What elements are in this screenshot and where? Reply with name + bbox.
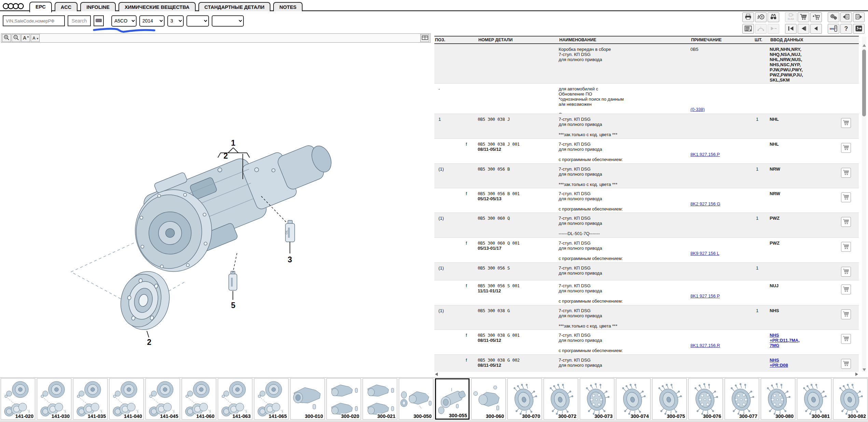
filmstrip-thumb-141-065[interactable]: 141-065 — [254, 378, 289, 420]
add-to-cart-button[interactable] — [841, 192, 851, 202]
engine-select[interactable] — [186, 15, 209, 27]
remark-link[interactable]: (0-338) — [690, 107, 705, 112]
filmstrip-thumb-300-050[interactable]: 300-050 — [399, 378, 433, 420]
filmstrip-thumb-300-075[interactable]: 300-075 — [652, 378, 687, 420]
filmstrip-thumb-141-030[interactable]: 141-030 — [37, 378, 71, 420]
filmstrip-thumb-300-080[interactable]: 300-080 — [761, 378, 795, 420]
add-to-cart-button[interactable] — [841, 118, 851, 128]
remark-link[interactable]: 8K9 927 156 L — [690, 251, 719, 256]
data-entry-link[interactable]: NHS — [770, 333, 833, 338]
filmstrip-thumb-300-082[interactable]: 300-082 — [833, 378, 868, 420]
data-entry-link[interactable]: +PR:D08 — [770, 363, 833, 368]
scroll-up-arrow[interactable] — [863, 44, 866, 47]
prev-catalog-button[interactable] — [840, 12, 852, 22]
search-button[interactable]: Search — [68, 15, 91, 26]
filmstrip-thumb-141-045[interactable]: 141-045 — [145, 378, 180, 420]
table-row[interactable]: 10B5 300 038 J7-ступ. КП DSGдля полного … — [434, 114, 859, 139]
remark-link[interactable]: 8K2 927 156 G — [690, 201, 720, 206]
keyboard-icon-button[interactable] — [94, 15, 104, 26]
table-row[interactable]: f0B5 300 038 G 00208/11-05/127-ступ. КП … — [434, 355, 859, 372]
next-catalog-button[interactable] — [853, 12, 865, 22]
tab-notes[interactable]: NOTES — [273, 2, 303, 11]
vehicle-data-button[interactable] — [755, 12, 767, 22]
vertical-scrollbar[interactable] — [862, 37, 866, 372]
tab-acc[interactable]: ACC — [55, 2, 78, 11]
filmstrip-thumb-141-040[interactable]: 141-040 — [109, 378, 144, 420]
callout-5[interactable]: 5 — [231, 301, 236, 310]
table-row[interactable]: (1)0B5 300 060 Q7-ступ. КП DSGдля полног… — [434, 213, 859, 238]
remark-link[interactable]: 8K1.927.156.R — [690, 343, 720, 348]
add-to-cart-button[interactable] — [841, 267, 851, 277]
scroll-left-arrow[interactable] — [435, 373, 438, 376]
table-row[interactable]: (1)0B5 300 038 G7-ступ. КП DSGдля полног… — [434, 305, 859, 330]
table-row[interactable]: f0B5 300 038 J 00108/11-05/127-ступ. КП … — [434, 139, 859, 164]
callout-3[interactable]: 3 — [288, 255, 292, 264]
data-entry-link[interactable]: +PR:D11,7MA, — [770, 338, 833, 343]
filmstrip-thumb-300-072[interactable]: 300-072 — [544, 378, 578, 420]
filmstrip-thumb-300-074[interactable]: 300-074 — [616, 378, 650, 420]
table-row[interactable]: -для автомобилей сОбновление ПО*однознач… — [434, 84, 859, 114]
callout-2[interactable]: 2 — [147, 338, 152, 347]
table-row[interactable]: f0B5 300 056 S 00111/11-01/127-ступ. КП … — [434, 280, 859, 305]
filmstrip-thumb-300-081[interactable]: 300-081 — [797, 378, 831, 420]
transmission-select[interactable] — [212, 15, 244, 27]
table-row[interactable]: (1)0B5 300 056 B7-ступ. КП DSGдля полног… — [434, 164, 859, 188]
horizontal-scrollbar[interactable] — [434, 372, 859, 377]
filmstrip-thumb-300-021[interactable]: 300-021 — [363, 378, 397, 420]
tab-стандартные-детали[interactable]: СТАНДАРТНЫЕ ДЕТАЛИ — [198, 2, 271, 11]
model-select[interactable]: A5CO — [111, 15, 137, 27]
data-entry-link[interactable]: NHS — [770, 358, 833, 363]
body-select[interactable]: 3 — [167, 15, 184, 27]
filmstrip-thumb-300-020[interactable]: 300-020 — [326, 378, 361, 420]
filmstrip-thumb-300-060[interactable]: 300-060 — [471, 378, 506, 420]
font-decrease-button[interactable]: A — [31, 34, 40, 42]
table-row[interactable]: (1)0B5 300 056 S7-ступ. КП DSGдля полног… — [434, 263, 859, 280]
callout-1[interactable]: 1 — [231, 139, 236, 147]
data-entry-link[interactable]: 7MG — [770, 343, 833, 348]
filmstrip-scrollbar[interactable] — [0, 420, 868, 422]
remark-link[interactable]: 8K1.927.156.P — [690, 152, 720, 157]
year-select[interactable]: 2014 — [139, 15, 165, 27]
filmstrip-thumb-300-070[interactable]: 300-070 — [507, 378, 542, 420]
pos-value: f — [466, 358, 467, 363]
vin-search-input[interactable] — [3, 15, 65, 26]
add-to-cart-button[interactable] — [841, 309, 851, 319]
settings-button[interactable] — [828, 12, 839, 22]
table-row[interactable]: Коробка передач в сборе7-ступ. КП DSGдля… — [434, 44, 859, 84]
zoom-in-button[interactable] — [2, 34, 11, 42]
table-row[interactable]: f0B5 300 038 G 00108/11-05/127-ступ. КП … — [434, 330, 859, 355]
add-to-cart-button[interactable] — [841, 285, 851, 294]
filmstrip-thumb-300-055[interactable]: 300-055 — [435, 378, 470, 420]
table-row[interactable]: f0B5 300 060 Q 00105/13-01/177-ступ. КП … — [434, 238, 859, 263]
add-to-cart-button[interactable] — [841, 334, 851, 344]
filmstrip-thumb-141-035[interactable]: 141-035 — [73, 378, 108, 420]
filmstrip-thumb-300-073[interactable]: 300-073 — [580, 378, 614, 420]
filmstrip-thumb-300-077[interactable]: 300-077 — [725, 378, 759, 420]
layout-toggle-button[interactable] — [420, 34, 429, 42]
tab-химические-вещества[interactable]: ХИМИЧЕСКИЕ ВЕЩЕСТВА — [118, 2, 196, 11]
add-to-cart-button[interactable] — [841, 242, 851, 252]
filmstrip-thumb-300-076[interactable]: 300-076 — [688, 378, 723, 420]
tab-epc[interactable]: EPC — [29, 2, 52, 12]
scroll-down-arrow[interactable] — [863, 368, 866, 371]
vertical-scroll-thumb[interactable] — [862, 49, 866, 116]
add-to-cart-button[interactable] — [841, 359, 851, 369]
search-parts-button[interactable] — [768, 12, 779, 22]
shopping-cart-button[interactable] — [798, 12, 809, 22]
filmstrip-thumb-141-060[interactable]: 141-060 — [182, 378, 216, 420]
tab-infoline[interactable]: INFOLINE — [80, 2, 116, 11]
cart-transfer-button[interactable] — [810, 12, 822, 22]
callout-2[interactable]: 2 — [224, 151, 228, 160]
add-to-cart-button[interactable] — [841, 168, 851, 178]
add-to-cart-button[interactable] — [841, 143, 851, 153]
add-to-cart-button[interactable] — [841, 217, 851, 227]
remark-link[interactable]: 8K1 927 156 P — [690, 293, 720, 299]
zoom-out-button[interactable] — [12, 34, 20, 42]
font-increase-button[interactable]: A — [21, 34, 30, 42]
table-row[interactable]: f0B5 300 056 B 00105/12-05/137-ступ. КП … — [434, 188, 859, 213]
print-button[interactable] — [742, 12, 754, 22]
filmstrip-thumb-300-010[interactable]: 300-010 — [290, 378, 325, 420]
filmstrip-thumb-141-020[interactable]: 141-020 — [1, 378, 35, 420]
filmstrip-thumb-141-063[interactable]: 141-063 — [218, 378, 252, 420]
scroll-right-arrow[interactable] — [855, 373, 858, 376]
